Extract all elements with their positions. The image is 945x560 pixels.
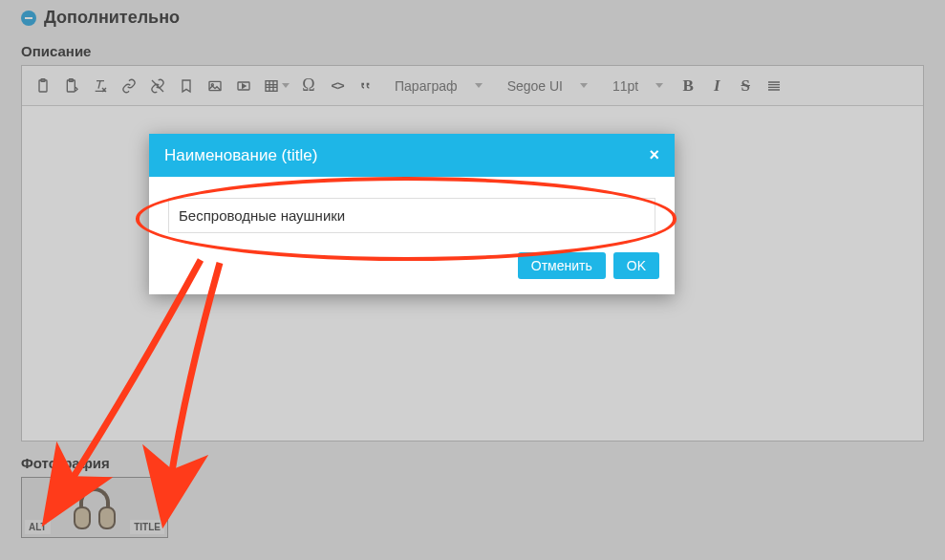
chevron-down-icon <box>580 83 588 88</box>
modal-header: Наименование (title) × <box>149 134 675 177</box>
photos-label: Фотография <box>21 455 924 471</box>
section-title: Дополнительно <box>44 8 180 28</box>
ok-button[interactable]: OK <box>613 252 659 279</box>
chevron-down-icon <box>655 83 663 88</box>
image-icon[interactable] <box>202 73 228 99</box>
chevron-down-icon <box>475 83 483 88</box>
table-icon[interactable] <box>259 73 293 99</box>
collapse-icon[interactable] <box>21 11 36 26</box>
photo-thumbnail[interactable]: ALT TITLE <box>21 477 168 538</box>
quote-icon[interactable] <box>353 73 379 99</box>
fontsize-dropdown[interactable]: 11pt <box>599 73 673 99</box>
modal-title: Наименование (title) <box>164 146 317 165</box>
font-dropdown[interactable]: Segoe UI <box>494 73 597 99</box>
cancel-button[interactable]: Отменить <box>518 252 606 279</box>
clear-format-icon[interactable] <box>87 73 114 99</box>
italic-button[interactable]: I <box>703 73 730 99</box>
close-icon[interactable]: × <box>649 145 659 165</box>
paste-text-icon[interactable] <box>58 73 85 99</box>
special-char-icon[interactable]: Ω <box>295 73 322 99</box>
description-label: Описание <box>21 43 924 59</box>
bold-button[interactable]: B <box>675 73 701 99</box>
bookmark-icon[interactable] <box>173 73 200 99</box>
code-icon[interactable]: <> <box>324 73 351 99</box>
paragraph-label: Параграф <box>395 78 458 94</box>
align-icon[interactable] <box>761 73 787 99</box>
title-badge[interactable]: TITLE <box>130 520 164 534</box>
title-input[interactable] <box>168 198 655 233</box>
font-label: Segoe UI <box>507 78 563 94</box>
editor-toolbar: Ω <> Параграф Segoe UI 11pt B I S <box>22 66 923 106</box>
section-header: Дополнительно <box>21 8 924 28</box>
alt-badge[interactable]: ALT <box>25 520 51 534</box>
fontsize-label: 11pt <box>612 78 638 94</box>
svg-rect-7 <box>266 80 277 91</box>
paste-icon[interactable] <box>30 73 56 99</box>
title-modal: Наименование (title) × Отменить OK <box>149 134 675 294</box>
video-icon[interactable] <box>230 73 257 99</box>
unlink-icon[interactable] <box>144 73 171 99</box>
paragraph-dropdown[interactable]: Параграф <box>381 73 492 99</box>
link-icon[interactable] <box>116 73 142 99</box>
strike-button[interactable]: S <box>732 73 759 99</box>
